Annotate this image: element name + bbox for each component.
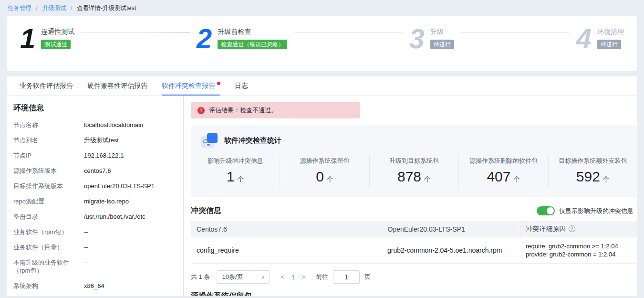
- stat-target-os-extra-installed: 目标操作系统额外安装包 592个: [548, 155, 637, 188]
- env-row-source-os: 源操作系统版本 centos7.6: [13, 167, 176, 175]
- report-tabs: 业务软件评估报告 硬件兼容性评估报告 软件冲突检查报告 日志: [7, 76, 637, 96]
- goto-label: 前往: [316, 273, 328, 281]
- env-row-business-dir: 业务软件（目录） --: [13, 243, 176, 251]
- retained-packages-title: 源操作系统保留包: [191, 291, 637, 296]
- step-1-status-badge: 测试通过: [41, 40, 71, 49]
- statistics-row: 影响升级的冲突信息 1个 源操作系统保留包 0个 升级到目标系统包 878个 源…: [191, 155, 637, 188]
- step-connector: [81, 32, 190, 32]
- env-row-business-rpm: 业务软件（rpm包） --: [13, 228, 176, 236]
- conflict-report-pane: ! 评估结果：检查不通过。 软件冲突检查统计 影响升级的冲突信息 1个: [184, 96, 637, 296]
- breadcrumb-link-upgrade-test[interactable]: 升级测试: [42, 5, 66, 11]
- breadcrumb-link-task-management[interactable]: 任务管理: [8, 5, 31, 11]
- step-3-label: 升级: [430, 28, 454, 36]
- alert-text: 评估结果：检查不通过。: [209, 106, 277, 115]
- assessment-result-alert: ! 评估结果：检查不通过。: [191, 102, 360, 118]
- stat-source-os-removed: 源操作系统删除的软件包 407个: [458, 155, 548, 188]
- conflict-table-row: config_require grub2-common-2.04-5.oe1.n…: [191, 237, 637, 264]
- chevron-up-icon: ∧: [261, 274, 265, 280]
- software-conflict-icon: [201, 133, 218, 148]
- step-connector: [461, 32, 570, 32]
- cell-conflict-reason: require: grub2-common >= 1:2.04 provide:…: [520, 237, 637, 264]
- breadcrumb-separator: /: [71, 5, 72, 11]
- stat-conflicts-affecting-upgrade: 影响升级的冲突信息 1个: [191, 155, 280, 188]
- stat-target-os-packages: 升级到目标系统包 878个: [369, 155, 458, 188]
- statistics-title: 软件冲突检查统计: [224, 136, 281, 145]
- env-row-node-name: 节点名称 localhost.localdomain: [13, 121, 176, 129]
- step-4-label: 环境清理: [597, 28, 624, 36]
- step-3-upgrade: 3 升级 待进行: [409, 26, 454, 52]
- prev-page-button[interactable]: <: [277, 273, 288, 281]
- tab-alert-dot: [217, 82, 220, 85]
- step-2-label: 升级前检查: [218, 28, 287, 36]
- col-centos: Centos7.6: [191, 221, 382, 237]
- next-page-button[interactable]: >: [298, 273, 309, 281]
- step-4-status-badge: 待进行: [597, 40, 621, 49]
- conflict-table: Centos7.6 OpenEuler20.03-LTS-SP1 冲突详细原因?…: [191, 221, 637, 264]
- tab-software-conflict-report[interactable]: 软件冲突检查报告: [162, 76, 220, 96]
- step-2-status-badge: 检查通过（错误已忽略）: [218, 40, 287, 49]
- env-row-arch: 系统架构 x86_64: [13, 282, 176, 290]
- page-size-select[interactable]: 10条/页 ∧: [217, 270, 270, 284]
- current-page[interactable]: 1: [289, 274, 298, 281]
- step-4-number: 4: [576, 26, 597, 52]
- error-icon: !: [197, 107, 205, 114]
- environment-info-panel: 环境信息 节点名称 localhost.localdomain 节点别名 升级测…: [7, 96, 184, 296]
- env-row-node-alias: 节点别名 升级测试test: [13, 136, 176, 144]
- env-row-no-upgrade-rpm: 不需升级的业务软件（rpm包） --: [13, 258, 176, 275]
- step-3-number: 3: [409, 26, 430, 52]
- env-row-node-ip: 节点IP 192.168.122.1: [13, 151, 176, 160]
- environment-info-title: 环境信息: [13, 103, 176, 113]
- step-1-connectivity-test: 1 连通性测试 测试通过: [20, 26, 74, 52]
- page-unit: 页: [364, 273, 371, 281]
- step-2-number: 2: [197, 26, 218, 52]
- goto-page-input[interactable]: [333, 270, 360, 284]
- conflict-info-title: 冲突信息: [191, 206, 221, 216]
- conflict-statistics-card: 软件冲突检查统计 影响升级的冲突信息 1个 源操作系统保留包 0个 升级到目标系…: [191, 125, 637, 197]
- col-openeuler: OpenEuler20.03-LTS-SP1: [382, 221, 520, 237]
- cell-source-item: config_require: [191, 237, 382, 264]
- breadcrumb: 任务管理 / 升级测试 / 查看详情-升级测试test: [0, 0, 644, 16]
- help-icon[interactable]: ?: [569, 225, 575, 232]
- tab-business-software-report[interactable]: 业务软件评估报告: [20, 76, 73, 96]
- conflict-table-header: Centos7.6 OpenEuler20.03-LTS-SP1 冲突详细原因?: [191, 221, 637, 237]
- step-4-environment-cleanup: 4 环境清理 待进行: [576, 26, 624, 52]
- step-connector: [294, 32, 403, 32]
- step-2-pre-upgrade-check: 2 升级前检查 检查通过（错误已忽略）: [197, 26, 287, 52]
- breadcrumb-current: 查看详情-升级测试test: [77, 5, 136, 11]
- step-progress-bar: 1 连通性测试 测试通过 2 升级前检查 检查通过（错误已忽略） 3 升级 待进…: [7, 16, 637, 71]
- tab-log[interactable]: 日志: [235, 76, 248, 96]
- step-3-status-badge: 待进行: [430, 40, 454, 49]
- col-reason: 冲突详细原因?: [520, 221, 637, 237]
- env-row-backup-dir: 备份目录 /usr,/run,/boot,/var,/etc: [13, 213, 176, 221]
- only-affecting-conflicts-toggle[interactable]: [537, 206, 555, 215]
- step-1-label: 连通性测试: [41, 28, 74, 36]
- env-row-repo-config: repo源配置 migrate-iso.repo: [13, 197, 176, 205]
- tab-hardware-compat-report[interactable]: 硬件兼容性评估报告: [87, 76, 147, 96]
- pagination: 共 1 条 10条/页 ∧ < 1 > 前往 页: [191, 270, 637, 284]
- toggle-label: 仅显示影响升级的冲突信息: [559, 207, 634, 215]
- total-count: 共 1 条: [191, 273, 210, 281]
- report-card: 业务软件评估报告 硬件兼容性评估报告 软件冲突检查报告 日志 环境信息 节点名称…: [7, 76, 637, 296]
- stat-source-os-retained: 源操作系统保留包 0个: [280, 155, 369, 188]
- breadcrumb-separator: /: [36, 5, 37, 11]
- env-row-target-os: 目标操作系统版本 openEuler20.03-LTS-SP1: [13, 182, 176, 190]
- cell-target-package: grub2-common-2.04-5.oe1.noarch.rpm: [382, 237, 520, 264]
- step-1-number: 1: [20, 26, 41, 52]
